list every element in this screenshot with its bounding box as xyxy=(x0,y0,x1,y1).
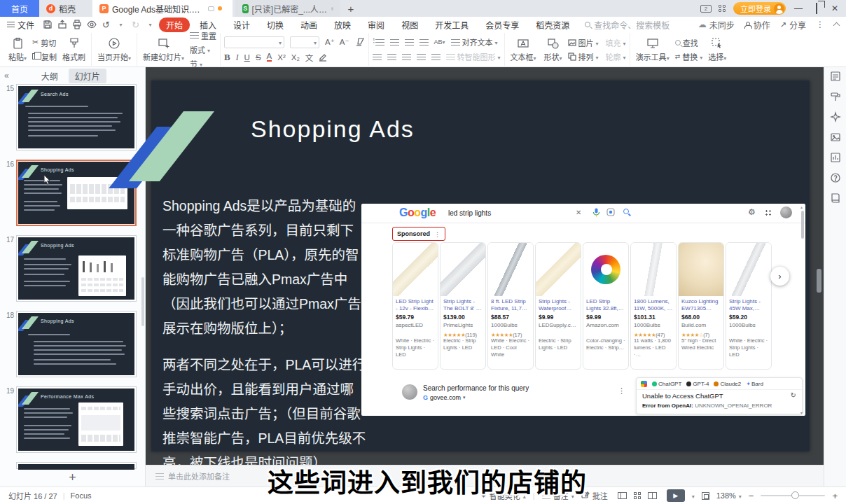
collapse-ribbon-icon[interactable] xyxy=(833,22,840,29)
save-button[interactable] xyxy=(41,19,53,30)
focus-mode-label[interactable]: Focus xyxy=(71,491,92,500)
replace-button[interactable]: ⇄替换 xyxy=(675,51,703,62)
fill-button[interactable]: 填充 xyxy=(606,37,626,48)
product-card[interactable]: Strip Lights - The BOLT 8' … $139.00 Pri… xyxy=(440,242,486,370)
login-button[interactable]: 立即登录 xyxy=(733,2,786,15)
print-preview-button[interactable] xyxy=(85,19,97,30)
number-list-button[interactable] xyxy=(390,39,399,46)
menu-tab-slideshow[interactable]: 放映 xyxy=(327,18,358,32)
bullet-list-button[interactable] xyxy=(375,39,384,46)
reset-button[interactable]: 重置 xyxy=(190,32,216,41)
picture-button[interactable]: 图片 xyxy=(568,37,599,48)
product-card[interactable]: Kuzco Lighting EW71305… $68.00 Build.com… xyxy=(678,242,724,370)
sync-status[interactable]: 未同步 xyxy=(698,19,735,31)
phonetic-guide-button[interactable]: 文 xyxy=(305,52,314,63)
reading-view-button[interactable] xyxy=(648,492,657,499)
product-title[interactable]: LED Strip Light - 12v - Flexib… xyxy=(393,296,438,312)
textbox-button[interactable]: 文本框 xyxy=(508,37,539,62)
cut-button[interactable]: 剪切 xyxy=(32,37,57,48)
menu-tab-member[interactable]: 会员专享 xyxy=(478,18,526,32)
justify-button[interactable] xyxy=(417,54,426,60)
image-library-icon[interactable] xyxy=(830,132,841,143)
product-card[interactable]: LED Strip Lights 32.8ft,… $9.99 Amazon.c… xyxy=(583,242,629,370)
play-options-icon[interactable] xyxy=(692,491,695,500)
find-button[interactable]: 查找 xyxy=(675,37,703,48)
clear-format-icon[interactable] xyxy=(355,37,365,47)
slide-thumbnail-20-partial[interactable] xyxy=(0,462,145,469)
site-link[interactable]: G govee.com ▾ xyxy=(423,394,466,401)
product-title[interactable]: LED Strip Lights 32.8ft,… xyxy=(583,296,628,312)
minimize-button[interactable]: — xyxy=(793,4,804,13)
zoom-slider[interactable] xyxy=(761,495,825,496)
strikethrough-button[interactable]: S xyxy=(256,53,261,62)
format-painter-button[interactable]: 格式刷 xyxy=(60,37,88,62)
menu-tab-review[interactable]: 审阅 xyxy=(361,18,391,32)
new-tab-button[interactable]: + xyxy=(340,0,361,17)
file-menu[interactable]: 文件 xyxy=(7,19,34,31)
workspace-grid-icon[interactable] xyxy=(719,5,726,13)
font-color-button[interactable]: A xyxy=(267,52,272,62)
slide-16-canvas[interactable]: Shopping Ads Shopping Ads是以产品为基础的一种谷歌广告系… xyxy=(151,80,810,451)
close-button[interactable]: ✕ xyxy=(829,4,840,13)
slide-sorter-view-button[interactable] xyxy=(634,492,641,499)
increase-font-button[interactable]: A⁺ xyxy=(325,37,335,47)
slide-body-text[interactable]: Shopping Ads是以产品为基础的一种谷歌广告系列，目前只剩下标准购物广告… xyxy=(162,194,367,475)
result-more-icon[interactable] xyxy=(618,386,625,396)
product-card[interactable]: 1800 Lumens, 11W, 5000K, … $101.31 1000B… xyxy=(630,242,677,370)
collaborate-button[interactable]: 协作 xyxy=(744,19,770,31)
model-bard[interactable]: ✦Bard xyxy=(746,381,763,387)
highlight-pen-icon[interactable] xyxy=(319,52,328,62)
italic-button[interactable]: I xyxy=(236,53,239,62)
product-card[interactable]: Strip Lights - Waterproof… $9.99 LEDSupp… xyxy=(535,242,581,370)
font-size-select[interactable] xyxy=(290,36,319,48)
properties-panel-icon[interactable] xyxy=(830,71,841,82)
restore-button[interactable] xyxy=(811,4,822,13)
play-from-current-button[interactable]: 当页开始 xyxy=(95,37,133,62)
chart-panel-icon[interactable] xyxy=(830,152,841,163)
product-title[interactable]: Strip Lights - Waterproof… xyxy=(536,296,581,312)
add-slide-button[interactable]: + xyxy=(0,469,145,485)
outline-button[interactable]: 轮廓 xyxy=(606,51,626,62)
font-family-select[interactable] xyxy=(224,36,284,48)
print-button[interactable] xyxy=(71,19,83,30)
slide-thumbnail-19[interactable]: 19 Performance Max Ads xyxy=(0,386,145,453)
paste-button[interactable]: 粘贴 xyxy=(6,37,29,62)
product-card[interactable]: 8 ft. LED Strip Fixture, 11,7… $88.57 10… xyxy=(487,242,534,370)
sidebar-scrollbar[interactable] xyxy=(141,277,144,326)
tab-home[interactable]: 首页 xyxy=(0,0,39,17)
layout-button[interactable]: 版式 xyxy=(190,44,216,55)
presentation-tools-button[interactable]: 演示工具 xyxy=(634,37,672,62)
decrease-indent-button[interactable] xyxy=(405,39,414,46)
tab-outline[interactable]: 大纲 xyxy=(35,69,64,83)
copy-button[interactable]: 复制 xyxy=(32,51,57,62)
google-serp-screenshot[interactable]: Google led strip lights ✕ Sponsored xyxy=(361,204,805,416)
collapse-panel-icon[interactable] xyxy=(4,71,9,80)
product-title[interactable]: 1800 Lumens, 11W, 5000K, … xyxy=(631,296,676,312)
slide-thumbnail-15[interactable]: 15 Search Ads xyxy=(0,84,145,150)
to-smartart-button[interactable]: 转智能图形 xyxy=(446,51,501,62)
refresh-icon[interactable] xyxy=(791,391,796,399)
normal-view-button[interactable] xyxy=(618,492,627,499)
slide-thumbnail-17[interactable]: 17 Shopping Ads xyxy=(0,235,145,302)
tab-document-readonly[interactable]: S [只读]已解密_...人端推广种草bf xyxy=(235,0,340,17)
menu-tab-insert[interactable]: 插入 xyxy=(193,18,223,32)
tab-document-active[interactable]: P Google Ads基础知识.pptx xyxy=(92,0,233,17)
menu-tab-design[interactable]: 设计 xyxy=(226,18,257,32)
shortcut-panel-icon[interactable]: 2 xyxy=(700,5,712,13)
tab-docer[interactable]: d 稻壳 xyxy=(39,0,92,17)
product-card[interactable]: Strip Lights - 45W Max,… $59.20 1000Bulb… xyxy=(726,242,772,370)
increase-indent-button[interactable] xyxy=(419,39,429,46)
align-left-button[interactable] xyxy=(373,54,382,60)
product-title[interactable]: Kuzco Lighting EW71305… xyxy=(679,296,723,312)
product-title[interactable]: Strip Lights - The BOLT 8' … xyxy=(441,296,485,312)
model-claude2[interactable]: Claude2 xyxy=(714,381,741,387)
menu-tab-home[interactable]: 开始 xyxy=(159,18,190,32)
beautify-roller-icon[interactable] xyxy=(830,91,841,102)
slide-title[interactable]: Shopping Ads xyxy=(251,115,415,143)
effects-sparkle-icon[interactable] xyxy=(830,111,841,122)
menu-tab-devtools[interactable]: 开发工具 xyxy=(428,18,476,32)
slideshow-play-button[interactable] xyxy=(667,489,685,502)
undo-button[interactable] xyxy=(100,19,112,30)
select-button[interactable]: 选择 xyxy=(706,37,728,62)
superscript-button[interactable]: X² xyxy=(277,53,286,62)
